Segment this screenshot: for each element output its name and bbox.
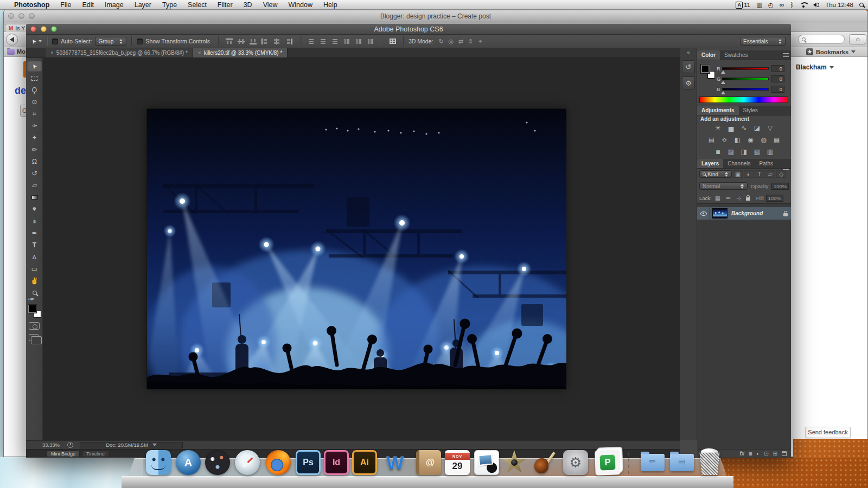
dock-photo-booth-icon[interactable] — [474, 450, 499, 475]
black-white-icon[interactable]: ◧ — [732, 136, 743, 144]
dock-indesign-icon[interactable]: Id — [324, 450, 349, 475]
time-machine-icon[interactable]: ◴ — [768, 1, 774, 9]
tool-path-selection[interactable]: ⊳ — [27, 252, 42, 262]
account-menu[interactable]: Blackham — [796, 63, 834, 71]
photo-filter-icon[interactable]: ◉ — [745, 136, 756, 144]
show-transform-checkbox[interactable] — [137, 38, 143, 44]
tool-eyedropper[interactable]: ✑ — [27, 120, 42, 131]
dock-photoshop-icon[interactable]: Ps — [296, 450, 321, 475]
menu-type[interactable]: Type — [157, 1, 182, 9]
input-source-icon[interactable]: A 11 — [736, 2, 750, 9]
photoshop-titlebar[interactable]: Adobe Photoshop CS6 — [26, 24, 791, 35]
tab-channels[interactable]: Channels — [723, 159, 755, 168]
color-spectrum-bar[interactable] — [699, 97, 788, 103]
menu-image[interactable]: Image — [99, 1, 129, 9]
3d-roll-icon[interactable]: ◎ — [446, 38, 456, 45]
blue-slider[interactable] — [722, 88, 769, 91]
document-tab-2[interactable]: × killers20.tif @ 33.3% (CMYK/8) * — [193, 48, 288, 57]
swap-colors-icon[interactable]: ▪⇄ — [28, 297, 40, 302]
green-slider[interactable] — [722, 78, 769, 80]
red-value[interactable]: 0 — [771, 65, 784, 72]
bookmark-folder-icon[interactable] — [7, 49, 15, 55]
tool-presets-panel-icon[interactable]: ⚙ — [682, 76, 695, 89]
foreground-background-swatches[interactable] — [28, 305, 41, 318]
spotlight-icon[interactable] — [859, 3, 864, 7]
color-balance-icon[interactable]: ≎ — [719, 136, 730, 144]
blend-mode-dropdown[interactable]: Normal — [699, 182, 748, 190]
close-icon[interactable]: × — [198, 50, 201, 56]
tab-color[interactable]: Color — [697, 50, 720, 60]
3d-scale-icon[interactable]: ⌖ — [475, 38, 485, 45]
dock-publisher-icon[interactable]: P — [595, 450, 621, 476]
filter-shape-layers-icon[interactable]: ▱ — [765, 170, 775, 178]
opacity-value[interactable]: 100% — [771, 183, 789, 190]
red-slider[interactable] — [722, 67, 769, 70]
tool-blur[interactable]: ♠ — [27, 204, 42, 215]
align-horizontal-centers-icon[interactable] — [273, 38, 280, 44]
distribute-right-edges-icon[interactable] — [367, 38, 374, 44]
menu-photoshop[interactable]: Photoshop — [8, 1, 55, 9]
dock-dashboard-icon[interactable] — [205, 450, 230, 475]
align-top-edges-icon[interactable] — [226, 38, 233, 44]
menu-filter[interactable]: Filter — [212, 1, 238, 9]
dock-calendar-icon[interactable]: NOV29 — [445, 450, 470, 475]
menu-clock[interactable]: Thu 12:48 — [825, 2, 853, 8]
dock-illustrator-icon[interactable]: Ai — [352, 450, 377, 475]
distribute-horizontal-centers-icon[interactable] — [355, 38, 362, 44]
dock-finder-icon[interactable] — [146, 450, 171, 475]
screen-mode-button[interactable] — [29, 334, 39, 341]
tool-rectangle[interactable]: ▭ — [27, 264, 42, 274]
posterize-icon[interactable]: ▨ — [725, 147, 737, 156]
layer-visibility-toggle[interactable] — [697, 207, 710, 220]
distribute-top-edges-icon[interactable] — [308, 38, 315, 44]
close-icon[interactable]: × — [50, 50, 54, 56]
keyboard-viewer-icon[interactable]: ▥ — [756, 1, 762, 9]
tool-quick-selection[interactable]: ⊙ — [27, 97, 42, 107]
distribute-vertical-centers-icon[interactable] — [320, 38, 327, 44]
distribute-left-edges-icon[interactable] — [343, 38, 350, 44]
3d-drag-icon[interactable]: ⇄ — [456, 38, 465, 45]
dock-documents-folder-icon[interactable]: ▤ — [669, 450, 694, 475]
tab-styles[interactable]: Styles — [739, 106, 762, 115]
history-panel-icon[interactable]: ↺ — [682, 60, 695, 73]
dock-firefox-icon[interactable] — [266, 450, 291, 475]
browser-titlebar[interactable]: Blogger: design practice – Create post — [4, 10, 867, 22]
search-input[interactable] — [798, 35, 845, 44]
dock-trash-icon[interactable] — [695, 448, 724, 476]
color-lookup-icon[interactable]: ▦ — [771, 136, 782, 144]
color-panel-swatches[interactable] — [701, 65, 716, 80]
filter-adjustment-layers-icon[interactable]: ◐ — [744, 170, 754, 178]
menu-help[interactable]: Help — [318, 1, 343, 9]
filter-smart-objects-icon[interactable]: ◇ — [776, 170, 786, 178]
binoculars-icon[interactable]: ∞ — [780, 2, 784, 8]
gradient-map-icon[interactable]: ▧ — [751, 147, 763, 156]
collapse-panels-icon[interactable]: « — [680, 49, 697, 55]
green-value[interactable]: 0 — [771, 75, 784, 82]
menu-edit[interactable]: Edit — [76, 1, 99, 9]
exposure-icon[interactable]: ◪ — [751, 124, 763, 132]
menu-layer[interactable]: Layer — [129, 1, 157, 9]
tab-paths[interactable]: Paths — [755, 159, 778, 168]
blue-value[interactable]: 0 — [771, 86, 784, 93]
dock-app-store-icon[interactable]: A — [176, 450, 201, 475]
panel-menu-icon[interactable] — [783, 53, 789, 57]
dock-word-icon[interactable]: W — [382, 450, 407, 475]
menu-3d[interactable]: 3D — [238, 1, 258, 9]
dock-contacts-icon[interactable]: @ — [416, 450, 441, 475]
align-vertical-centers-icon[interactable] — [238, 38, 245, 44]
back-button[interactable] — [6, 34, 18, 46]
tool-preset-caret-icon[interactable] — [39, 40, 42, 42]
tool-history-brush[interactable]: ↺ — [27, 168, 42, 179]
lock-paint-icon[interactable]: ✏ — [724, 194, 733, 202]
layer-name[interactable]: Background — [731, 210, 782, 216]
tab-adjustments[interactable]: Adjustments — [697, 106, 739, 115]
foreground-color-swatch[interactable] — [701, 65, 710, 73]
document-canvas[interactable] — [146, 108, 566, 389]
align-right-edges-icon[interactable] — [285, 38, 292, 44]
auto-select-checkbox[interactable] — [52, 38, 58, 44]
document-tab-1[interactable]: × 5036778715_315f6ec2ba_b.jpeg @ 66.7% (… — [46, 48, 193, 57]
align-left-edges-icon[interactable] — [261, 38, 269, 44]
3d-rotate-icon[interactable]: ↻ — [436, 38, 446, 45]
curves-icon[interactable]: ∿ — [738, 124, 750, 132]
hue-saturation-icon[interactable]: ▤ — [706, 136, 717, 144]
